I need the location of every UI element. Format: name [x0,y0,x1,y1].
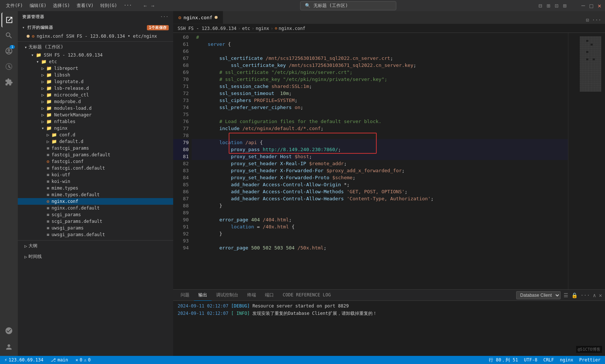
code-editor: 60 61 66 67 68 69 70 71 72 73 74 75 76 7… [173,33,605,289]
fastcgi-params-default-item[interactable]: ≡ fastcgi_params.default [18,152,173,158]
scgi-params-default-item[interactable]: ≡ scgi_params.default [18,218,173,225]
activity-debug[interactable] [1,59,16,74]
breadcrumb-file[interactable]: nginx.conf [279,26,305,31]
networkmanager-item[interactable]: ▷📁 NetworkManager [18,112,173,118]
panel-lock-icon[interactable]: 🔒 [571,292,578,298]
outline-header[interactable]: ▷ 大纲 [18,241,173,251]
fastcgi-params-item[interactable]: ≡ fastcgi_params [18,145,173,152]
code-content[interactable]: # server { ssl_certificate /mnt/scs17256… [192,33,568,289]
panel-tab-terminal[interactable]: 终端 [243,290,261,301]
layout-icon-4[interactable]: ⊞ [562,3,567,8]
status-formatter[interactable]: Prettier [578,357,602,363]
menu-edit[interactable]: 编辑(E) [27,2,50,10]
logrotate-item[interactable]: ▷📁 logrotate.d [18,78,173,85]
close-button[interactable]: ✕ [597,3,602,8]
fastcgi-conf-default-item[interactable]: ≡ fastcgi.conf.default [18,165,173,171]
panel-tabs: 问题 输出 调试控制台 终端 端口 CODE REFERENCE LOG Dat… [173,290,605,301]
koi-utf-item[interactable]: ≡ koi-utf [18,171,173,178]
libreport-item[interactable]: ▷📁 libreport [18,65,173,72]
status-cursor[interactable]: 行 80，列 51 [487,357,520,363]
open-editor-nginx-conf[interactable]: ⚙ nginx.conf SSH FS - 123.60.69.134 • et… [18,33,173,40]
panel-list-icon[interactable]: ☰ [564,292,568,298]
etc-folder[interactable]: ▾ 📁 etc [18,58,173,65]
workspace-header[interactable]: ▾ 无标题 (工作区) [18,42,173,52]
menu-view[interactable]: 查看(V) [74,2,97,10]
fastcgi-conf-default-label: fastcgi.conf.default [51,166,105,171]
confd-item[interactable]: ▷📁 conf.d [18,132,173,138]
status-lang[interactable]: nginx [558,357,575,363]
mime-types-item[interactable]: ≡ mime.types [18,185,173,191]
open-editor-label: nginx.conf SSH FS - 123.60.69.134 • etc/… [37,34,157,39]
panel-tab-problems[interactable]: 问题 [176,290,194,301]
panel-tab-code-ref[interactable]: CODE REFERENCE LOG [278,290,335,301]
activity-search[interactable] [1,28,16,43]
menu-file[interactable]: 文件(F) [3,2,26,10]
mime-types-default-item[interactable]: ≡ mime.types.default [18,191,173,198]
activity-bar: 1 [0,11,18,356]
scgi-params-item[interactable]: ≡ scgi_params [18,211,173,218]
remote-label: 123.60.69.134 [9,357,43,363]
layout-icon-1[interactable]: ⊟ [538,3,543,8]
nginx-conf-default-item[interactable]: ≡ nginx.conf.default [18,205,173,211]
panel-tab-ports[interactable]: 端口 [261,290,278,301]
more-tabs-button[interactable]: ··· [591,16,602,24]
layout-icon-2[interactable]: ⊞ [546,3,551,8]
activity-account[interactable] [1,340,16,354]
panel-more-icon[interactable]: ··· [581,292,590,298]
code-line-72: ssl_session_timeout 10m; [192,90,568,97]
panel-close-icon[interactable]: ✕ [599,292,602,298]
status-encoding[interactable]: UTF-8 [522,357,539,363]
panel-tab-debug[interactable]: 调试控制台 [212,290,243,301]
activity-explorer[interactable] [1,13,16,27]
status-eol[interactable]: CRLF [542,357,555,363]
defaultd-item[interactable]: ▷📁 default.d [18,138,173,145]
modules-load-item[interactable]: ▷📁 modules-load.d [18,105,173,112]
nginx-folder[interactable]: ▾📁 nginx [18,125,173,132]
explorer-more-icon[interactable]: ··· [160,14,169,19]
uwsgi-params-default-item[interactable]: ≡ uwsgi_params.default [18,231,173,238]
panel-chevron-up-icon[interactable]: ∧ [593,292,596,298]
activity-extensions[interactable] [1,75,16,89]
menu-goto[interactable]: 转到(G) [97,2,120,10]
code-line-81: proxy_set_header Host $host; [192,153,568,160]
code-line-80: proxy_pass http://8.149.240.230:7860/; [192,146,568,153]
file-icon-2: ≡ [47,152,49,157]
panel-dropdown[interactable]: Database Client [516,291,561,299]
breadcrumb-nginx[interactable]: nginx [256,26,269,31]
status-remote[interactable]: ⚡ 123.60.69.134 [3,357,45,363]
search-bar[interactable]: 🔍 无标题 (工作区) [300,1,396,10]
split-editor-button[interactable]: ⊡ [585,16,589,24]
modprobe-item[interactable]: ▷📁 modprobe.d [18,98,173,105]
forward-button[interactable]: → [150,2,156,9]
status-errors[interactable]: ✕ 0 ⚠ 0 [74,357,92,363]
activity-source-control[interactable]: 1 [1,44,16,58]
menu-more[interactable]: ··· [121,2,135,10]
microcode-item[interactable]: ▷📁 microcode_ctl [18,92,173,98]
file-icon-10: ≡ [47,219,49,224]
maximize-button[interactable]: □ [589,3,594,8]
panel-tab-output[interactable]: 输出 [194,290,212,301]
menu-select[interactable]: 选择(S) [50,2,73,10]
nginx-conf-item[interactable]: ⚙ nginx.conf [18,198,173,205]
uwsgi-params-item[interactable]: ≡ uwsgi_params [18,225,173,231]
nftables-item[interactable]: ▷📁 nftables [18,118,173,125]
outline-label: 大纲 [28,243,37,249]
libssh-item[interactable]: ▷📁 libssh [18,72,173,78]
minimize-button[interactable]: ─ [581,3,586,8]
breadcrumb-etc[interactable]: etc [242,26,250,31]
back-button[interactable]: ← [142,2,148,9]
layout-icon-3[interactable]: ⊡ [554,3,559,8]
file-icon-6: ≡ [47,186,49,191]
breadcrumb-ssh[interactable]: SSH FS - 123.60.69.134 [178,26,236,31]
tab-nginx-conf[interactable]: ⚙ nginx.conf [173,11,223,24]
timeline-header[interactable]: ▷ 时间线 [18,252,173,261]
file-icon-9: ≡ [47,212,49,217]
ssh-host-item[interactable]: ▾ 📁 SSH FS - 123.60.69.134 [18,52,173,58]
activity-remote[interactable] [1,323,16,338]
lsb-release-item[interactable]: ▷📁 lsb-release.d [18,85,173,92]
search-icon: 🔍 [305,3,310,8]
code-line-84: proxy_set_header X-Forwarded-Proto $sche… [192,174,568,181]
fastcgi-conf-item[interactable]: ⚙ fastcgi.conf [18,158,173,165]
koi-win-item[interactable]: ≡ koi-win [18,178,173,185]
status-branch[interactable]: ⎇ main [49,357,70,363]
